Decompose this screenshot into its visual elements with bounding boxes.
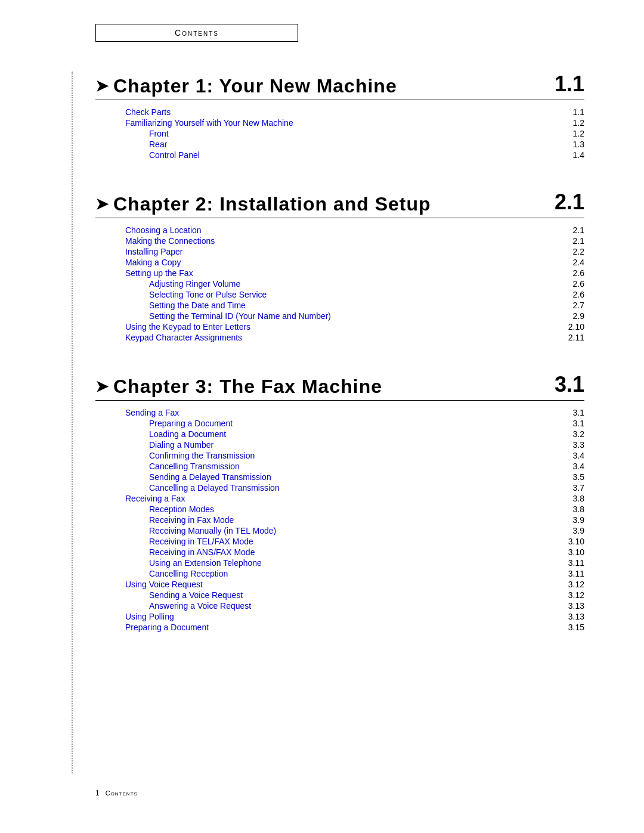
toc-entry-page: 1.1 bbox=[555, 107, 584, 117]
toc-entry-page: 2.6 bbox=[555, 268, 584, 278]
chapter-section-3: ➤Chapter 3: The Fax Machine3.1Sending a … bbox=[95, 372, 584, 632]
toc-entry[interactable]: Using the Keypad to Enter Letters2.10 bbox=[101, 322, 584, 332]
toc-entry[interactable]: Receiving in Fax Mode3.9 bbox=[101, 515, 584, 525]
toc-entry[interactable]: Dialing a Number3.3 bbox=[101, 440, 584, 450]
toc-entry-text: Receiving in Fax Mode bbox=[101, 515, 234, 525]
toc-entries-ch3: Sending a Fax3.1Preparing a Document3.1L… bbox=[95, 408, 584, 632]
toc-entry-page: 3.4 bbox=[555, 462, 584, 471]
toc-entry-text: Preparing a Document bbox=[101, 419, 233, 428]
toc-entry[interactable]: Making the Connections2.1 bbox=[101, 236, 584, 246]
toc-entry-text: Cancelling a Delayed Transmission bbox=[101, 483, 280, 493]
toc-entry-page: 3.7 bbox=[555, 483, 584, 493]
toc-entry-text: Setting up the Fax bbox=[101, 268, 193, 278]
toc-entry[interactable]: Receiving Manually (in TEL Mode)3.9 bbox=[101, 526, 584, 535]
toc-entry-text: Receiving in TEL/FAX Mode bbox=[101, 537, 253, 546]
page: Contents ➤Chapter 1: Your New Machine1.1… bbox=[0, 0, 644, 833]
toc-entries-ch1: Check Parts1.1Familiarizing Yourself wit… bbox=[95, 107, 584, 160]
toc-entry-page: 1.4 bbox=[555, 150, 584, 160]
toc-entry[interactable]: Cancelling Transmission3.4 bbox=[101, 462, 584, 471]
chapter-num-2: 2.1 bbox=[555, 190, 584, 215]
dotted-border-decoration bbox=[72, 72, 73, 773]
header-box: Contents bbox=[95, 24, 298, 42]
toc-entry-text: Setting the Terminal ID (Your Name and N… bbox=[101, 311, 331, 321]
toc-entry-page: 3.4 bbox=[555, 451, 584, 460]
toc-entry-page: 1.2 bbox=[555, 129, 584, 138]
toc-entry-page: 2.7 bbox=[555, 301, 584, 310]
toc-entry[interactable]: Reception Modes3.8 bbox=[101, 504, 584, 514]
toc-entry[interactable]: Answering a Voice Request3.13 bbox=[101, 601, 584, 611]
toc-entry[interactable]: Check Parts1.1 bbox=[101, 107, 584, 117]
toc-entry[interactable]: Familiarizing Yourself with Your New Mac… bbox=[101, 118, 584, 128]
toc-entry[interactable]: Sending a Voice Request3.12 bbox=[101, 590, 584, 600]
toc-entry-page: 2.11 bbox=[555, 333, 584, 342]
toc-entry[interactable]: Choosing a Location2.1 bbox=[101, 225, 584, 235]
toc-entry-page: 3.12 bbox=[555, 590, 584, 600]
toc-entry[interactable]: Installing Paper2.2 bbox=[101, 247, 584, 256]
toc-entry-text: Making a Copy bbox=[101, 258, 181, 267]
toc-entry-text: Dialing a Number bbox=[101, 440, 213, 450]
toc-entry[interactable]: Using Polling3.13 bbox=[101, 612, 584, 621]
toc-entry-page: 3.9 bbox=[555, 526, 584, 535]
toc-entry-page: 2.4 bbox=[555, 258, 584, 267]
toc-entry-page: 3.13 bbox=[555, 601, 584, 611]
toc-entry[interactable]: Using Voice Request3.12 bbox=[101, 580, 584, 589]
toc-entry[interactable]: Keypad Character Assignments2.11 bbox=[101, 333, 584, 342]
toc-entry-text: Familiarizing Yourself with Your New Mac… bbox=[101, 118, 293, 128]
toc-entry-text: Check Parts bbox=[101, 107, 171, 117]
toc-entry-page: 3.9 bbox=[555, 515, 584, 525]
chapter-header-1: ➤Chapter 1: Your New Machine1.1 bbox=[95, 72, 584, 100]
toc-entry-page: 3.11 bbox=[555, 558, 584, 568]
toc-entry[interactable]: Making a Copy2.4 bbox=[101, 258, 584, 267]
toc-entry-text: Keypad Character Assignments bbox=[101, 333, 242, 342]
toc-entry[interactable]: Cancelling a Delayed Transmission3.7 bbox=[101, 483, 584, 493]
toc-entry[interactable]: Using an Extension Telephone3.11 bbox=[101, 558, 584, 568]
toc-entry[interactable]: Loading a Document3.2 bbox=[101, 429, 584, 439]
toc-entry-page: 3.12 bbox=[555, 580, 584, 589]
toc-entry-text: Making the Connections bbox=[101, 236, 215, 246]
toc-entry-text: Reception Modes bbox=[101, 504, 214, 514]
toc-entry-text: Selecting Tone or Pulse Service bbox=[101, 290, 267, 299]
toc-entry-page: 2.2 bbox=[555, 247, 584, 256]
toc-entry[interactable]: Preparing a Document3.15 bbox=[101, 623, 584, 632]
toc-entry[interactable]: Front1.2 bbox=[101, 129, 584, 138]
toc-entry-page: 3.10 bbox=[555, 547, 584, 557]
toc-entry-page: 1.2 bbox=[555, 118, 584, 128]
toc-entry-text: Using Voice Request bbox=[101, 580, 203, 589]
toc-entry-page: 2.1 bbox=[555, 225, 584, 235]
toc-entry-text: Cancelling Reception bbox=[101, 569, 228, 578]
toc-entry[interactable]: Cancelling Reception3.11 bbox=[101, 569, 584, 578]
chapter-header-2: ➤Chapter 2: Installation and Setup2.1 bbox=[95, 190, 584, 218]
toc-entry[interactable]: Adjusting Ringer Volume2.6 bbox=[101, 279, 584, 289]
toc-entry[interactable]: Control Panel1.4 bbox=[101, 150, 584, 160]
toc-entry-text: Front bbox=[101, 129, 169, 138]
toc-entry[interactable]: Confirming the Transmission3.4 bbox=[101, 451, 584, 460]
chapter-num-3: 3.1 bbox=[555, 372, 584, 397]
toc-entry[interactable]: Receiving in TEL/FAX Mode3.10 bbox=[101, 537, 584, 546]
toc-entry[interactable]: Rear1.3 bbox=[101, 140, 584, 149]
toc-entry[interactable]: Setting up the Fax2.6 bbox=[101, 268, 584, 278]
toc-entry-text: Using the Keypad to Enter Letters bbox=[101, 322, 250, 332]
toc-entry[interactable]: Setting the Date and Time2.7 bbox=[101, 301, 584, 310]
toc-entry[interactable]: Sending a Fax3.1 bbox=[101, 408, 584, 417]
toc-entry[interactable]: Receiving in ANS/FAX Mode3.10 bbox=[101, 547, 584, 557]
toc-entry-page: 2.10 bbox=[555, 322, 584, 332]
toc-entry-text: Confirming the Transmission bbox=[101, 451, 255, 460]
toc-entry-text: Preparing a Document bbox=[101, 623, 209, 632]
toc-entry[interactable]: Receiving a Fax3.8 bbox=[101, 494, 584, 503]
toc-entry-page: 3.2 bbox=[555, 429, 584, 439]
toc-entry-text: Installing Paper bbox=[101, 247, 183, 256]
chapter-title-2: Chapter 2: Installation and Setup bbox=[113, 193, 431, 215]
toc-entry[interactable]: Selecting Tone or Pulse Service2.6 bbox=[101, 290, 584, 299]
chapter-title-3: Chapter 3: The Fax Machine bbox=[113, 376, 382, 398]
toc-entry-page: 2.9 bbox=[555, 311, 584, 321]
toc-entry-text: Setting the Date and Time bbox=[101, 301, 246, 310]
toc-entry-page: 3.1 bbox=[555, 419, 584, 428]
toc-entry[interactable]: Sending a Delayed Transmission3.5 bbox=[101, 472, 584, 482]
chapter-section-1: ➤Chapter 1: Your New Machine1.1Check Par… bbox=[95, 72, 584, 160]
toc-entry-page: 3.8 bbox=[555, 494, 584, 503]
footer-page-num: 1 bbox=[95, 789, 100, 797]
toc-entry[interactable]: Setting the Terminal ID (Your Name and N… bbox=[101, 311, 584, 321]
toc-entry[interactable]: Preparing a Document3.1 bbox=[101, 419, 584, 428]
toc-entry-page: 2.6 bbox=[555, 279, 584, 289]
toc-entry-text: Adjusting Ringer Volume bbox=[101, 279, 240, 289]
